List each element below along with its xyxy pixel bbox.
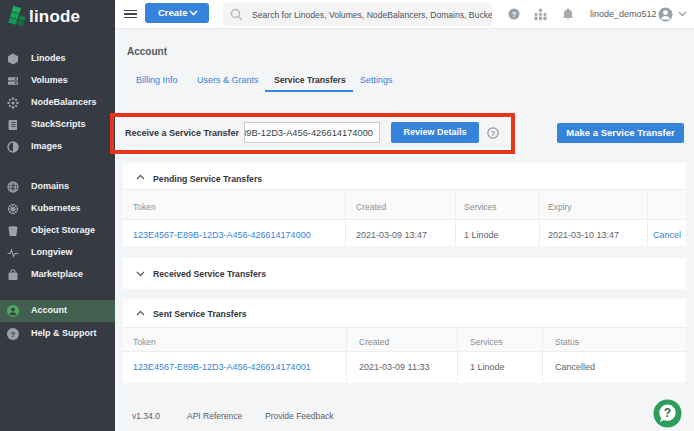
svg-text:?: ? [491,129,496,138]
svg-text:?: ? [664,406,671,420]
svg-text:?: ? [11,330,16,339]
svg-text:?: ? [512,10,517,19]
